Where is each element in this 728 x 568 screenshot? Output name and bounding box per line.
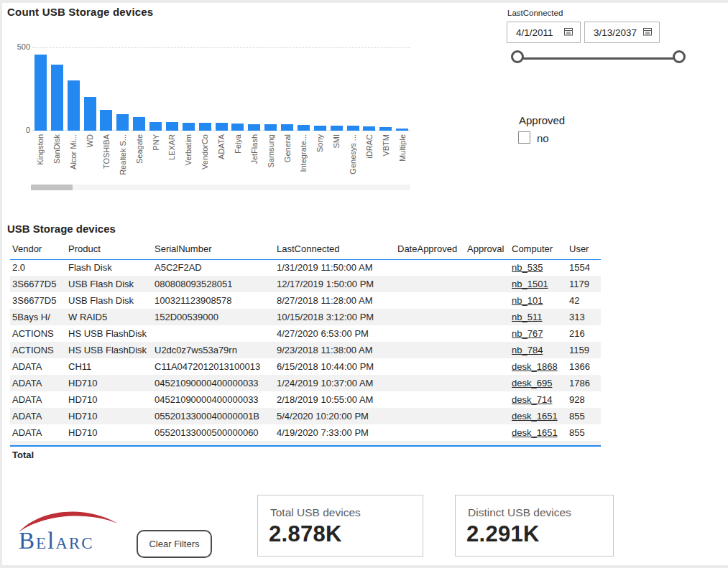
chart-bar[interactable] xyxy=(133,117,145,131)
computer-cell[interactable]: nb_101 xyxy=(510,292,567,309)
column-header-computer[interactable]: Computer xyxy=(510,241,567,259)
date-slider-handle-start[interactable] xyxy=(511,50,524,63)
table-total-row: Total xyxy=(10,446,601,462)
user-cell: 1179 xyxy=(567,276,601,292)
user-cell: 1786 xyxy=(567,375,601,391)
user-cell: 928 xyxy=(567,391,601,408)
chart-bar[interactable] xyxy=(231,124,244,131)
chart-bar[interactable] xyxy=(84,97,96,131)
dateapproved-cell xyxy=(395,342,465,358)
chart-bar[interactable] xyxy=(68,80,80,131)
user-cell: 1554 xyxy=(567,259,601,276)
approved-no-checkbox[interactable] xyxy=(518,131,530,144)
x-axis-label: SMI xyxy=(331,134,341,149)
x-axis-label: Multiple xyxy=(397,134,407,162)
column-header-lastconnected[interactable]: LastConnected xyxy=(275,241,395,259)
vendor-cell: ADATA xyxy=(10,375,66,391)
computer-cell[interactable]: nb_511 xyxy=(510,309,567,325)
computer-cell[interactable]: desk_695 xyxy=(510,375,567,391)
table-header-row: VendorProductSerialNumberLastConnectedDa… xyxy=(10,241,601,259)
chart-x-labels: KingstonSanDiskAlcor Mi...WDTOSHIBARealt… xyxy=(32,134,410,182)
chart-bar[interactable] xyxy=(331,126,343,131)
x-axis-label: Verbatim xyxy=(183,134,193,165)
column-header-product[interactable]: Product xyxy=(66,241,152,259)
y-axis-tick-max: 500 xyxy=(11,42,30,51)
table-row: 5Bays H/W RAID5152D0053900010/15/2018 3:… xyxy=(10,309,601,325)
approval-cell xyxy=(465,309,510,325)
chart-scrollbar-track[interactable] xyxy=(31,185,410,190)
user-cell: 42 xyxy=(567,292,601,309)
computer-cell[interactable]: nb_1501 xyxy=(510,276,567,292)
chart-scrollbar-thumb[interactable] xyxy=(31,185,73,190)
table-row: 3S6677D5USB Flash Disk1003211239085788/2… xyxy=(10,292,601,309)
chart-bar[interactable] xyxy=(166,122,178,131)
start-date-input[interactable]: 4/1/2011 xyxy=(507,22,581,43)
computer-cell[interactable]: nb_767 xyxy=(510,325,567,342)
card-label: Distinct USB devices xyxy=(468,506,613,519)
chart-bar[interactable] xyxy=(363,126,375,131)
y-axis-tick-min: 0 xyxy=(11,126,30,134)
approval-cell xyxy=(465,292,510,309)
chart-bar[interactable] xyxy=(183,123,195,131)
table-body: 2.0Flash DiskA5C2F2AD1/31/2019 11:50:00 … xyxy=(10,259,601,441)
computer-cell[interactable]: desk_714 xyxy=(510,391,567,408)
lastconnected-cell: 4/19/2020 7:33:00 PM xyxy=(275,424,395,441)
column-header-serialnumber[interactable]: SerialNumber xyxy=(152,241,275,259)
chart-bar[interactable] xyxy=(314,126,326,131)
lastconnected-cell: 10/15/2018 3:12:00 PM xyxy=(275,309,395,325)
computer-cell[interactable]: desk_1868 xyxy=(510,358,567,375)
chart-bar[interactable] xyxy=(379,127,392,131)
chart-bar[interactable] xyxy=(51,65,63,131)
product-cell: HS USB FlashDisk xyxy=(66,342,152,358)
column-header-user[interactable]: User xyxy=(567,241,601,259)
computer-cell[interactable]: desk_1651 xyxy=(510,424,567,441)
vendor-cell: 2.0 xyxy=(10,259,66,276)
chart-bar[interactable] xyxy=(116,114,129,131)
column-header-vendor[interactable]: Vendor xyxy=(10,241,66,259)
calendar-icon[interactable] xyxy=(642,27,653,39)
chart-bar[interactable] xyxy=(100,110,112,131)
serialnumber-cell: C11A0472012013100013 xyxy=(152,358,275,375)
date-slider-track[interactable] xyxy=(519,57,680,60)
approval-cell xyxy=(465,342,510,358)
approved-no-option-label[interactable]: no xyxy=(537,132,549,144)
approval-cell xyxy=(465,408,510,424)
gridline-500 xyxy=(32,47,410,48)
total-label: Total xyxy=(10,446,66,462)
chart-bar[interactable] xyxy=(199,123,211,131)
lastconnected-cell: 8/27/2018 11:28:00 AM xyxy=(275,292,395,309)
end-date-input[interactable]: 3/13/2037 xyxy=(584,22,660,43)
table-row: ADATAHD710045210900004000000331/24/2019 … xyxy=(10,375,601,391)
belarc-logo-text: BElARC xyxy=(19,528,94,554)
chart-bar[interactable] xyxy=(248,124,260,131)
computer-cell[interactable]: desk_1651 xyxy=(510,408,567,424)
chart-bar[interactable] xyxy=(264,124,277,131)
lastconnected-cell: 1/24/2019 10:37:00 AM xyxy=(275,375,395,391)
chart-bar[interactable] xyxy=(34,55,47,131)
user-cell: 1159 xyxy=(567,342,601,358)
product-cell: Flash Disk xyxy=(66,259,152,276)
column-header-approval[interactable]: Approval xyxy=(465,241,510,259)
product-cell: HD710 xyxy=(66,424,152,441)
x-axis-label: Sony xyxy=(315,134,325,152)
computer-cell[interactable]: nb_535 xyxy=(510,259,567,276)
date-slider-handle-end[interactable] xyxy=(673,50,686,63)
chart-bar[interactable] xyxy=(298,125,310,131)
product-cell: W RAID5 xyxy=(66,309,152,325)
calendar-icon[interactable] xyxy=(563,27,573,39)
computer-cell[interactable]: nb_784 xyxy=(510,342,567,358)
serialnumber-cell: A5C2F2AD xyxy=(152,259,275,276)
card-value: 2.291K xyxy=(466,521,613,547)
chart-bar[interactable] xyxy=(396,129,408,131)
dateapproved-cell xyxy=(395,375,465,391)
x-axis-label: Alcor Mi... xyxy=(68,134,78,169)
clear-filters-button[interactable]: Clear Filters xyxy=(137,530,212,558)
chart-bar[interactable] xyxy=(347,126,359,131)
serialnumber-cell: 05520133000500000060 xyxy=(152,424,275,441)
vendor-cell: ADATA xyxy=(10,424,66,441)
approval-cell xyxy=(465,375,510,391)
chart-bar[interactable] xyxy=(149,122,162,131)
column-header-dateapproved[interactable]: DateApproved xyxy=(395,241,465,259)
chart-bar[interactable] xyxy=(281,124,293,131)
chart-bar[interactable] xyxy=(216,123,228,131)
